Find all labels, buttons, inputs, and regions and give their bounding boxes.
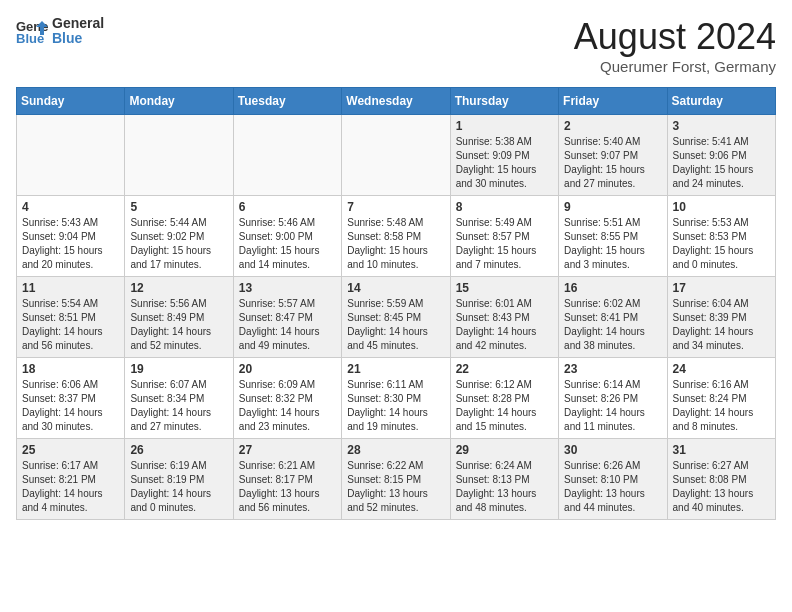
- week-row-5: 25Sunrise: 6:17 AM Sunset: 8:21 PM Dayli…: [17, 439, 776, 520]
- day-number: 8: [456, 200, 553, 214]
- day-number: 3: [673, 119, 770, 133]
- calendar-cell: 26Sunrise: 6:19 AM Sunset: 8:19 PM Dayli…: [125, 439, 233, 520]
- logo-line2: Blue: [52, 31, 104, 46]
- week-row-3: 11Sunrise: 5:54 AM Sunset: 8:51 PM Dayli…: [17, 277, 776, 358]
- day-info: Sunrise: 6:02 AM Sunset: 8:41 PM Dayligh…: [564, 297, 661, 353]
- day-number: 7: [347, 200, 444, 214]
- day-number: 17: [673, 281, 770, 295]
- calendar-cell: 8Sunrise: 5:49 AM Sunset: 8:57 PM Daylig…: [450, 196, 558, 277]
- calendar-cell: 30Sunrise: 6:26 AM Sunset: 8:10 PM Dayli…: [559, 439, 667, 520]
- calendar-cell: [342, 115, 450, 196]
- calendar-cell: 24Sunrise: 6:16 AM Sunset: 8:24 PM Dayli…: [667, 358, 775, 439]
- day-info: Sunrise: 6:04 AM Sunset: 8:39 PM Dayligh…: [673, 297, 770, 353]
- day-number: 26: [130, 443, 227, 457]
- day-number: 23: [564, 362, 661, 376]
- day-number: 10: [673, 200, 770, 214]
- logo-icon: General Blue: [16, 17, 48, 45]
- day-number: 16: [564, 281, 661, 295]
- day-number: 14: [347, 281, 444, 295]
- day-info: Sunrise: 6:16 AM Sunset: 8:24 PM Dayligh…: [673, 378, 770, 434]
- day-info: Sunrise: 6:01 AM Sunset: 8:43 PM Dayligh…: [456, 297, 553, 353]
- calendar-subtitle: Querumer Forst, Germany: [574, 58, 776, 75]
- week-row-2: 4Sunrise: 5:43 AM Sunset: 9:04 PM Daylig…: [17, 196, 776, 277]
- calendar-cell: 15Sunrise: 6:01 AM Sunset: 8:43 PM Dayli…: [450, 277, 558, 358]
- day-number: 6: [239, 200, 336, 214]
- day-number: 29: [456, 443, 553, 457]
- calendar-cell: 21Sunrise: 6:11 AM Sunset: 8:30 PM Dayli…: [342, 358, 450, 439]
- calendar-cell: 12Sunrise: 5:56 AM Sunset: 8:49 PM Dayli…: [125, 277, 233, 358]
- day-info: Sunrise: 5:48 AM Sunset: 8:58 PM Dayligh…: [347, 216, 444, 272]
- calendar-cell: 19Sunrise: 6:07 AM Sunset: 8:34 PM Dayli…: [125, 358, 233, 439]
- day-info: Sunrise: 6:17 AM Sunset: 8:21 PM Dayligh…: [22, 459, 119, 515]
- day-number: 28: [347, 443, 444, 457]
- calendar-cell: [233, 115, 341, 196]
- day-info: Sunrise: 5:57 AM Sunset: 8:47 PM Dayligh…: [239, 297, 336, 353]
- calendar-cell: 7Sunrise: 5:48 AM Sunset: 8:58 PM Daylig…: [342, 196, 450, 277]
- day-number: 18: [22, 362, 119, 376]
- day-info: Sunrise: 5:51 AM Sunset: 8:55 PM Dayligh…: [564, 216, 661, 272]
- weekday-row: SundayMondayTuesdayWednesdayThursdayFrid…: [17, 88, 776, 115]
- calendar-title: August 2024: [574, 16, 776, 58]
- day-info: Sunrise: 5:40 AM Sunset: 9:07 PM Dayligh…: [564, 135, 661, 191]
- week-row-4: 18Sunrise: 6:06 AM Sunset: 8:37 PM Dayli…: [17, 358, 776, 439]
- day-info: Sunrise: 5:49 AM Sunset: 8:57 PM Dayligh…: [456, 216, 553, 272]
- day-number: 21: [347, 362, 444, 376]
- day-info: Sunrise: 5:41 AM Sunset: 9:06 PM Dayligh…: [673, 135, 770, 191]
- calendar-cell: 16Sunrise: 6:02 AM Sunset: 8:41 PM Dayli…: [559, 277, 667, 358]
- day-info: Sunrise: 5:44 AM Sunset: 9:02 PM Dayligh…: [130, 216, 227, 272]
- calendar-cell: 31Sunrise: 6:27 AM Sunset: 8:08 PM Dayli…: [667, 439, 775, 520]
- day-info: Sunrise: 5:46 AM Sunset: 9:00 PM Dayligh…: [239, 216, 336, 272]
- day-info: Sunrise: 5:53 AM Sunset: 8:53 PM Dayligh…: [673, 216, 770, 272]
- day-number: 2: [564, 119, 661, 133]
- day-number: 1: [456, 119, 553, 133]
- day-info: Sunrise: 6:12 AM Sunset: 8:28 PM Dayligh…: [456, 378, 553, 434]
- day-info: Sunrise: 6:19 AM Sunset: 8:19 PM Dayligh…: [130, 459, 227, 515]
- calendar-cell: 28Sunrise: 6:22 AM Sunset: 8:15 PM Dayli…: [342, 439, 450, 520]
- weekday-header-thursday: Thursday: [450, 88, 558, 115]
- day-number: 20: [239, 362, 336, 376]
- day-info: Sunrise: 6:06 AM Sunset: 8:37 PM Dayligh…: [22, 378, 119, 434]
- calendar-cell: 11Sunrise: 5:54 AM Sunset: 8:51 PM Dayli…: [17, 277, 125, 358]
- day-info: Sunrise: 6:11 AM Sunset: 8:30 PM Dayligh…: [347, 378, 444, 434]
- calendar-cell: 5Sunrise: 5:44 AM Sunset: 9:02 PM Daylig…: [125, 196, 233, 277]
- calendar-cell: 29Sunrise: 6:24 AM Sunset: 8:13 PM Dayli…: [450, 439, 558, 520]
- day-info: Sunrise: 6:27 AM Sunset: 8:08 PM Dayligh…: [673, 459, 770, 515]
- day-info: Sunrise: 6:07 AM Sunset: 8:34 PM Dayligh…: [130, 378, 227, 434]
- day-number: 19: [130, 362, 227, 376]
- day-number: 5: [130, 200, 227, 214]
- day-info: Sunrise: 5:43 AM Sunset: 9:04 PM Dayligh…: [22, 216, 119, 272]
- calendar-cell: 4Sunrise: 5:43 AM Sunset: 9:04 PM Daylig…: [17, 196, 125, 277]
- calendar-cell: 20Sunrise: 6:09 AM Sunset: 8:32 PM Dayli…: [233, 358, 341, 439]
- day-number: 27: [239, 443, 336, 457]
- logo: General Blue General Blue: [16, 16, 104, 47]
- day-info: Sunrise: 6:22 AM Sunset: 8:15 PM Dayligh…: [347, 459, 444, 515]
- calendar-cell: 23Sunrise: 6:14 AM Sunset: 8:26 PM Dayli…: [559, 358, 667, 439]
- day-number: 25: [22, 443, 119, 457]
- calendar-cell: 10Sunrise: 5:53 AM Sunset: 8:53 PM Dayli…: [667, 196, 775, 277]
- day-number: 12: [130, 281, 227, 295]
- calendar-cell: 18Sunrise: 6:06 AM Sunset: 8:37 PM Dayli…: [17, 358, 125, 439]
- weekday-header-friday: Friday: [559, 88, 667, 115]
- calendar-cell: 25Sunrise: 6:17 AM Sunset: 8:21 PM Dayli…: [17, 439, 125, 520]
- day-info: Sunrise: 5:38 AM Sunset: 9:09 PM Dayligh…: [456, 135, 553, 191]
- day-info: Sunrise: 6:26 AM Sunset: 8:10 PM Dayligh…: [564, 459, 661, 515]
- day-number: 15: [456, 281, 553, 295]
- title-area: August 2024 Querumer Forst, Germany: [574, 16, 776, 75]
- day-info: Sunrise: 6:21 AM Sunset: 8:17 PM Dayligh…: [239, 459, 336, 515]
- day-number: 30: [564, 443, 661, 457]
- calendar-cell: 9Sunrise: 5:51 AM Sunset: 8:55 PM Daylig…: [559, 196, 667, 277]
- day-info: Sunrise: 6:24 AM Sunset: 8:13 PM Dayligh…: [456, 459, 553, 515]
- calendar-cell: 22Sunrise: 6:12 AM Sunset: 8:28 PM Dayli…: [450, 358, 558, 439]
- day-info: Sunrise: 6:09 AM Sunset: 8:32 PM Dayligh…: [239, 378, 336, 434]
- calendar-cell: 3Sunrise: 5:41 AM Sunset: 9:06 PM Daylig…: [667, 115, 775, 196]
- calendar-cell: 17Sunrise: 6:04 AM Sunset: 8:39 PM Dayli…: [667, 277, 775, 358]
- weekday-header-monday: Monday: [125, 88, 233, 115]
- calendar-cell: 1Sunrise: 5:38 AM Sunset: 9:09 PM Daylig…: [450, 115, 558, 196]
- calendar-header: SundayMondayTuesdayWednesdayThursdayFrid…: [17, 88, 776, 115]
- calendar-body: 1Sunrise: 5:38 AM Sunset: 9:09 PM Daylig…: [17, 115, 776, 520]
- calendar-table: SundayMondayTuesdayWednesdayThursdayFrid…: [16, 87, 776, 520]
- week-row-1: 1Sunrise: 5:38 AM Sunset: 9:09 PM Daylig…: [17, 115, 776, 196]
- day-number: 31: [673, 443, 770, 457]
- logo-line1: General: [52, 16, 104, 31]
- day-info: Sunrise: 5:56 AM Sunset: 8:49 PM Dayligh…: [130, 297, 227, 353]
